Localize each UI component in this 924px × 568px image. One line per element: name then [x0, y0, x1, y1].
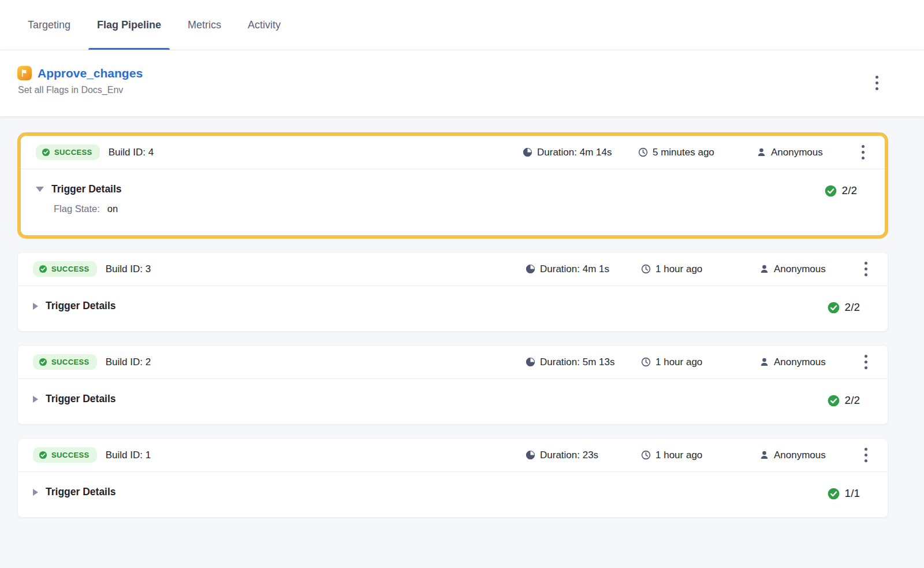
build-card-header: SUCCESS Build ID: 1 Duration: 23s 1 hour… — [18, 439, 888, 472]
build-card-2: SUCCESS Build ID: 2 Duration: 5m 13s 1 h… — [17, 345, 888, 425]
steps-count: 2/2 — [845, 301, 860, 314]
status-label: SUCCESS — [51, 451, 90, 459]
user-icon — [759, 264, 769, 274]
build-card-body: Trigger Details 1/1 — [18, 472, 888, 517]
time-ago-label: 1 hour ago — [655, 357, 702, 368]
duration-icon — [523, 147, 532, 157]
trigger-details-label: Trigger Details — [51, 183, 122, 195]
trigger-details-label: Trigger Details — [46, 393, 116, 405]
time-ago-label: 1 hour ago — [655, 450, 702, 461]
trigger-details-toggle[interactable]: Trigger Details — [33, 300, 116, 312]
duration-icon — [526, 357, 535, 367]
user-label: Anonymous — [774, 263, 826, 275]
build-card-header: SUCCESS Build ID: 2 Duration: 5m 13s 1 h… — [18, 346, 888, 379]
time-ago-label: 1 hour ago — [655, 263, 702, 275]
success-check-icon — [42, 148, 50, 157]
build-card-body: Trigger Details Flag State: on 2/2 — [21, 169, 885, 235]
build-card-body: Trigger Details 2/2 — [18, 379, 888, 424]
clock-icon — [641, 264, 651, 274]
user-icon — [757, 147, 766, 157]
build-kebab-menu-icon[interactable] — [856, 259, 875, 280]
flag-icon — [17, 66, 32, 80]
build-card-body: Trigger Details 2/2 — [18, 286, 888, 331]
steps-check-icon — [828, 395, 840, 407]
user-label: Anonymous — [771, 147, 823, 158]
caret-right-icon — [33, 396, 38, 403]
status-badge: SUCCESS — [33, 261, 97, 277]
duration-label: Duration: 5m 13s — [540, 357, 614, 368]
page-subtitle: Set all Flags in Docs_Env — [18, 85, 907, 95]
status-badge: SUCCESS — [33, 354, 97, 370]
status-badge: SUCCESS — [36, 144, 100, 160]
flag-state-value: on — [107, 203, 118, 214]
status-label: SUCCESS — [51, 265, 90, 273]
steps-indicator: 1/1 — [828, 487, 860, 500]
caret-right-icon — [33, 489, 38, 496]
duration-icon — [526, 264, 535, 274]
pipeline-executions-list: SUCCESS Build ID: 4 Duration: 4m 14s 5 m… — [0, 116, 924, 518]
tab-bar: Targeting Flag Pipeline Metrics Activity — [0, 0, 924, 50]
tab-targeting[interactable]: Targeting — [28, 0, 70, 50]
build-id: Build ID: 1 — [106, 450, 151, 461]
steps-indicator: 2/2 — [825, 184, 857, 197]
duration-label: Duration: 23s — [540, 450, 598, 461]
user-label: Anonymous — [774, 450, 826, 461]
status-label: SUCCESS — [51, 358, 90, 366]
build-kebab-menu-icon[interactable] — [856, 352, 875, 373]
steps-check-icon — [828, 488, 840, 500]
trigger-details-toggle[interactable]: Trigger Details — [33, 486, 116, 498]
duration-label: Duration: 4m 14s — [537, 147, 612, 158]
trigger-details-label: Trigger Details — [46, 300, 116, 312]
trigger-details-toggle[interactable]: Trigger Details — [36, 183, 122, 195]
duration-label: Duration: 4m 1s — [540, 263, 609, 275]
tab-activity[interactable]: Activity — [248, 0, 281, 50]
clock-icon — [641, 450, 651, 460]
page-title[interactable]: Approve_changes — [38, 66, 143, 80]
status-badge: SUCCESS — [33, 447, 97, 463]
tab-metrics[interactable]: Metrics — [188, 0, 221, 50]
user-icon — [759, 357, 769, 367]
success-check-icon — [39, 358, 47, 366]
steps-indicator: 2/2 — [828, 394, 860, 407]
page-header: Approve_changes Set all Flags in Docs_En… — [0, 50, 924, 116]
build-id: Build ID: 4 — [109, 147, 154, 158]
steps-count: 1/1 — [845, 487, 860, 500]
build-card-3: SUCCESS Build ID: 3 Duration: 4m 1s 1 ho… — [17, 252, 888, 332]
steps-count: 2/2 — [845, 394, 860, 407]
clock-icon — [638, 147, 648, 157]
header-kebab-menu-icon[interactable] — [867, 72, 886, 93]
user-label: Anonymous — [774, 357, 826, 368]
build-card-header: SUCCESS Build ID: 4 Duration: 4m 14s 5 m… — [21, 136, 885, 169]
success-check-icon — [39, 265, 47, 273]
tab-flag-pipeline[interactable]: Flag Pipeline — [97, 0, 161, 50]
status-label: SUCCESS — [54, 148, 92, 157]
steps-check-icon — [828, 302, 840, 314]
caret-down-icon — [36, 187, 44, 192]
clock-icon — [641, 357, 651, 367]
caret-right-icon — [33, 303, 38, 310]
build-kebab-menu-icon[interactable] — [856, 445, 875, 466]
flag-state-label: Flag State: — [54, 203, 100, 214]
duration-icon — [526, 450, 535, 460]
time-ago-label: 5 minutes ago — [653, 147, 714, 158]
build-card-header: SUCCESS Build ID: 3 Duration: 4m 1s 1 ho… — [18, 253, 888, 286]
flag-state-row: Flag State: on — [54, 203, 122, 214]
success-check-icon — [39, 451, 47, 459]
steps-indicator: 2/2 — [828, 301, 860, 314]
build-card-1: SUCCESS Build ID: 1 Duration: 23s 1 hour… — [17, 438, 888, 518]
trigger-details-toggle[interactable]: Trigger Details — [33, 393, 116, 405]
build-id: Build ID: 3 — [106, 263, 151, 275]
build-kebab-menu-icon[interactable] — [854, 142, 872, 163]
build-card-4: SUCCESS Build ID: 4 Duration: 4m 14s 5 m… — [17, 132, 888, 239]
user-icon — [759, 450, 769, 460]
build-id: Build ID: 2 — [106, 357, 151, 368]
steps-count: 2/2 — [842, 184, 857, 197]
steps-check-icon — [825, 185, 837, 197]
trigger-details-label: Trigger Details — [46, 486, 116, 498]
